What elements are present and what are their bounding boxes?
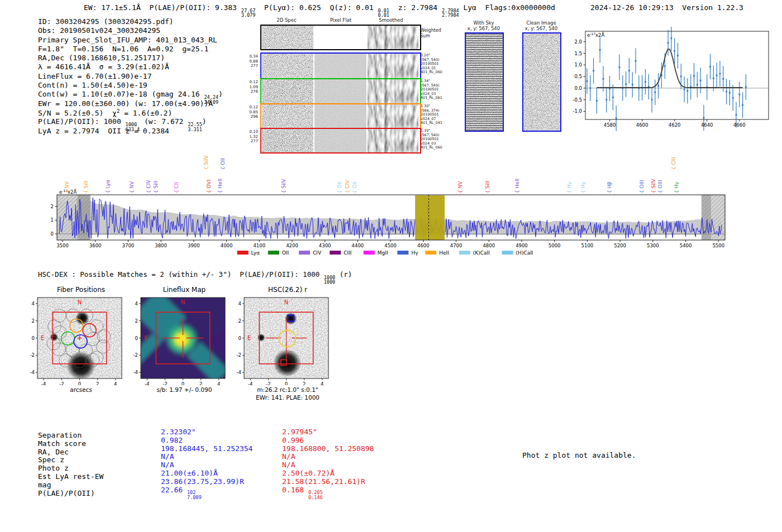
emission-line-label: { Hβ [607, 181, 612, 193]
noise-texture [368, 79, 418, 103]
svg-text:OII: OII [282, 250, 289, 256]
noise-texture [368, 54, 418, 78]
svg-text:-2: -2 [237, 352, 241, 358]
sky-panel-image [465, 32, 504, 132]
emission-line-label: { Hγ [566, 181, 572, 193]
spec2d-row-weights: 0.12 0.85 296 [245, 105, 258, 119]
noise-texture [314, 79, 366, 103]
svg-text:1.0: 1.0 [574, 62, 582, 68]
info-line: RA,Dec (198.168610,51.251717) [38, 54, 223, 63]
emission-line-label: { CIII [671, 157, 676, 170]
match-col1-value: 22.66 1027.089 [161, 486, 202, 500]
sky-panel-image [522, 32, 561, 132]
svg-text:3900: 3900 [188, 243, 200, 248]
svg-text:(K)CaII: (K)CaII [473, 250, 490, 256]
spec2d-row [260, 78, 421, 104]
match-col2-value: 0.996 [282, 436, 304, 444]
sky-panel-title: With Sky [450, 20, 517, 26]
spec2d-segment [367, 104, 418, 128]
svg-text:Hγ: Hγ [411, 250, 418, 256]
match-col2-value: 0.168 0.2050.146 [282, 486, 323, 500]
match-row-label: Est LyA rest-EW [38, 472, 103, 481]
svg-text:3500: 3500 [56, 243, 69, 248]
sky-panel-title: Clean Image [508, 20, 575, 26]
svg-text:4: 4 [135, 301, 138, 306]
noise-texture [368, 104, 418, 128]
svg-text:4700: 4700 [450, 243, 462, 248]
spec2d-segment [261, 26, 313, 49]
emission-line-label: { OII [220, 158, 226, 170]
match-col1-value: 0.982 [161, 436, 183, 444]
noise-texture [523, 33, 560, 131]
svg-text:2: 2 [135, 318, 138, 324]
info-line: Cont(n) = 1.50(±4.50)e-19 [38, 81, 223, 90]
elixer-report-page: { "header": { "left_parts": [ {"t":"EW: … [0, 0, 782, 532]
svg-text:N: N [181, 299, 185, 305]
svg-text:2: 2 [303, 381, 306, 385]
svg-text:HeII: HeII [439, 250, 449, 256]
svg-text:E: E [41, 335, 44, 341]
svg-text:4580: 4580 [604, 122, 616, 128]
spec2d-row [260, 25, 421, 50]
svg-text:-2: -2 [59, 381, 64, 385]
emission-line-label: { CIV [345, 179, 350, 193]
noise-texture [262, 129, 313, 152]
match-col1-value: 198.168445, 51.252354 [161, 444, 252, 453]
svg-text:-1.0: -1.0 [573, 108, 582, 114]
svg-text:2: 2 [199, 381, 202, 385]
emission-line-label: { OIII [657, 180, 663, 193]
emission-line-label: { SiIV [651, 179, 656, 193]
info-line: Primary Spec_Slot_IFU_AMP: 401_013_043_R… [38, 36, 223, 45]
svg-text:4: 4 [321, 381, 323, 385]
match-col1-value: 23.86(23.75,23.99)R [161, 477, 244, 486]
spec2d-row-weights: 0.10 1.32 277 [245, 130, 258, 144]
spec2d-row-annotation: 0.20" (567, 540) 20190501 v024_01 401_RL… [421, 54, 442, 75]
match-col2-value: 198.168800, 51.250898 [282, 444, 374, 453]
svg-text:3700: 3700 [122, 243, 135, 248]
svg-text:-4: -4 [237, 370, 241, 375]
svg-text:4500: 4500 [384, 243, 397, 248]
svg-text:4660: 4660 [733, 122, 746, 128]
match-row-label: P(LAE)/P(OII) [38, 489, 95, 497]
detection-info-block: ID: 3003204295 (3003204295.pdf)Obs: 2019… [38, 17, 223, 136]
emission-line-label: { OII [337, 181, 342, 193]
match-row-label: Photo z [38, 464, 69, 472]
svg-text:CIV: CIV [313, 250, 322, 256]
emission-line-label: { NV [64, 181, 70, 193]
photz-note: Phot z plot not available. [522, 451, 636, 459]
spec2d-segment [367, 79, 418, 103]
svg-text:4900: 4900 [516, 243, 528, 248]
match-col2-value: N/A [282, 452, 295, 461]
svg-text:-4: -4 [133, 370, 138, 375]
svg-text:MgII: MgII [378, 250, 388, 256]
match-col2-value: 21.58(21.56,21.61)R [282, 477, 365, 486]
noise-texture [466, 33, 503, 131]
svg-text:-4: -4 [248, 381, 252, 385]
svg-text:4: 4 [32, 301, 35, 306]
svg-text:0: 0 [182, 381, 184, 385]
hsc-image-cutout: -4-4-2-2002244NE [235, 284, 341, 385]
info-line: S/N = 5.2(±0.5) χ2 = 1.6(±0.2) [38, 108, 223, 117]
svg-text:(H)CaII: (H)CaII [516, 250, 533, 256]
info-line: ID: 3003204295 (3003204295.pdf) [38, 17, 223, 26]
svg-text:-2: -2 [133, 352, 138, 358]
svg-text:e-17x2Å: e-17x2Å [587, 32, 604, 39]
svg-text:E: E [144, 335, 147, 341]
match-col2-value: 2.97945" [282, 428, 317, 436]
svg-text:4400: 4400 [352, 243, 364, 248]
spec2d-segment [261, 104, 313, 128]
svg-text:-2: -2 [163, 381, 167, 385]
emission-line-label: { HeII [514, 179, 520, 193]
info-line: Cont(w) = 1.10(±0.07)e-18 (gmag 24.16 24… [38, 90, 223, 99]
line-fit-zoom-plot: 458046004620464046602.01.51.00.50.0-0.5-… [569, 27, 776, 133]
spec2d-segment [367, 26, 418, 49]
spec2d-segment [367, 54, 418, 78]
spec2d-segment [261, 129, 313, 152]
emission-line-label: { Hγ [580, 181, 586, 193]
svg-text:0: 0 [78, 381, 81, 385]
noise-texture [314, 54, 366, 78]
svg-text:N: N [284, 299, 288, 305]
hsc-dex-match-summary: HSC-DEX : Possible Matches = 2 (within +… [38, 270, 352, 285]
svg-text:0: 0 [285, 381, 288, 385]
emission-line-label: { NV [457, 181, 463, 193]
